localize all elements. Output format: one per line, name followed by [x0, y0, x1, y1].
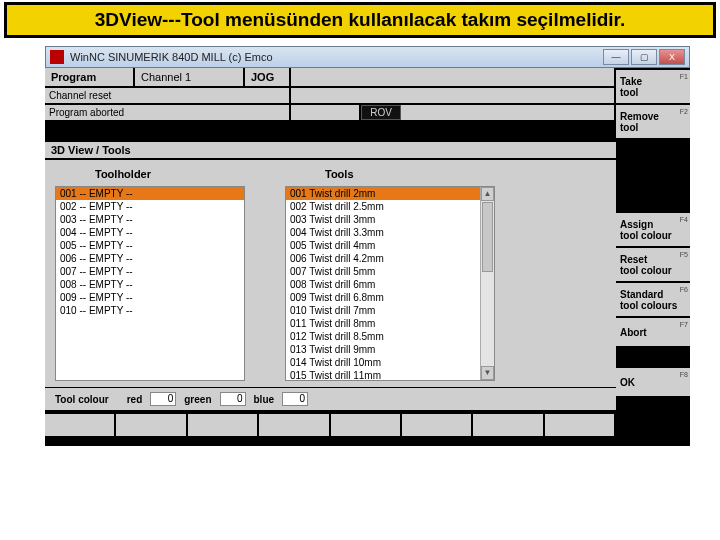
red-label: red: [127, 394, 143, 405]
bottom-softkey-6[interactable]: [402, 410, 473, 436]
tools-label: Tools: [285, 168, 495, 180]
softkey-take-tool[interactable]: F1 Taketool: [616, 70, 690, 103]
app-window: WinNC SINUMERIK 840D MILL (c) Emco — ▢ X…: [45, 46, 690, 436]
list-item[interactable]: 010 Twist drill 7mm: [286, 304, 494, 317]
scroll-up-button[interactable]: ▲: [481, 187, 494, 201]
list-item[interactable]: 011 Twist drill 8mm: [286, 317, 494, 330]
list-item[interactable]: 012 Twist drill 8.5mm: [286, 330, 494, 343]
tool-colour-label: Tool colour: [55, 394, 109, 405]
tool-colour-row: Tool colour red 0 green 0 blue 0: [45, 387, 616, 410]
list-item[interactable]: 006 Twist drill 4.2mm: [286, 252, 494, 265]
list-item[interactable]: 002 -- EMPTY --: [56, 200, 244, 213]
toolholder-label: Toolholder: [55, 168, 245, 180]
list-item[interactable]: 003 -- EMPTY --: [56, 213, 244, 226]
list-item[interactable]: 004 Twist drill 3.3mm: [286, 226, 494, 239]
green-value[interactable]: 0: [220, 392, 246, 406]
bottom-softkey-1[interactable]: [45, 410, 116, 436]
softkey-standard-colours[interactable]: F6 Standardtool colours: [616, 283, 690, 316]
list-item[interactable]: 013 Twist drill 9mm: [286, 343, 494, 356]
window-titlebar: WinNC SINUMERIK 840D MILL (c) Emco — ▢ X: [45, 46, 690, 68]
lists-area: Toolholder 001 -- EMPTY --002 -- EMPTY -…: [45, 160, 616, 387]
softkey-remove-tool[interactable]: F2 Removetool: [616, 105, 690, 138]
list-item[interactable]: 010 -- EMPTY --: [56, 304, 244, 317]
list-item[interactable]: 006 -- EMPTY --: [56, 252, 244, 265]
tools-scrollbar[interactable]: ▲ ▼: [480, 187, 494, 380]
program-aborted: Program aborted: [45, 105, 291, 120]
list-item[interactable]: 009 -- EMPTY --: [56, 291, 244, 304]
blue-label: blue: [254, 394, 275, 405]
bottom-softkey-5[interactable]: [331, 410, 402, 436]
softkey-reset-colour[interactable]: F5 Resettool colour: [616, 248, 690, 281]
view-title: 3D View / Tools: [45, 140, 616, 160]
list-item[interactable]: 005 Twist drill 4mm: [286, 239, 494, 252]
channel-reset: Channel reset: [45, 88, 291, 103]
bottom-softkey-3[interactable]: [188, 410, 259, 436]
list-item[interactable]: 009 Twist drill 6.8mm: [286, 291, 494, 304]
mode-label: JOG: [245, 68, 291, 86]
bottom-softkey-8[interactable]: [545, 410, 616, 436]
softkey-abort[interactable]: F7 Abort: [616, 318, 690, 346]
red-value[interactable]: 0: [150, 392, 176, 406]
bottom-softkey-2[interactable]: [116, 410, 187, 436]
window-title: WinNC SINUMERIK 840D MILL (c) Emco: [70, 51, 603, 63]
list-item[interactable]: 014 Twist drill 10mm: [286, 356, 494, 369]
channel-label: Channel 1: [135, 68, 245, 86]
maximize-button[interactable]: ▢: [631, 49, 657, 65]
bottom-softkey-row: [45, 410, 616, 436]
list-item[interactable]: 008 Twist drill 6mm: [286, 278, 494, 291]
list-item[interactable]: 003 Twist drill 3mm: [286, 213, 494, 226]
list-item[interactable]: 002 Twist drill 2.5mm: [286, 200, 494, 213]
list-item[interactable]: 015 Twist drill 11mm: [286, 369, 494, 381]
instruction-banner: 3DView---Tool menüsünden kullanılacak ta…: [4, 2, 716, 38]
softkey-gap-3: [616, 348, 690, 366]
header-row-1: Program Channel 1 JOG: [45, 68, 616, 86]
program-label: Program: [45, 68, 135, 86]
list-item[interactable]: 008 -- EMPTY --: [56, 278, 244, 291]
bottom-softkey-4[interactable]: [259, 410, 330, 436]
right-softkeys: F1 Taketool F2 Removetool F4 Assigntool …: [616, 68, 690, 436]
list-item[interactable]: 004 -- EMPTY --: [56, 226, 244, 239]
softkey-assign-colour[interactable]: F4 Assigntool colour: [616, 213, 690, 246]
bottom-softkey-7[interactable]: [473, 410, 544, 436]
toolholder-listbox[interactable]: 001 -- EMPTY --002 -- EMPTY --003 -- EMP…: [55, 186, 245, 381]
softkey-gap: [616, 140, 690, 154]
app-icon: [50, 50, 64, 64]
tools-listbox[interactable]: 001 Twist drill 2mm002 Twist drill 2.5mm…: [285, 186, 495, 381]
list-item[interactable]: 007 Twist drill 5mm: [286, 265, 494, 278]
green-label: green: [184, 394, 211, 405]
list-item[interactable]: 007 -- EMPTY --: [56, 265, 244, 278]
list-item[interactable]: 005 -- EMPTY --: [56, 239, 244, 252]
rov-indicator: ROV: [361, 105, 401, 120]
list-item[interactable]: 001 -- EMPTY --: [56, 187, 244, 200]
scroll-thumb[interactable]: [482, 202, 493, 272]
scroll-down-button[interactable]: ▼: [481, 366, 494, 380]
minimize-button[interactable]: —: [603, 49, 629, 65]
close-button[interactable]: X: [659, 49, 685, 65]
status-row-1: Channel reset: [45, 86, 616, 103]
blue-value[interactable]: 0: [282, 392, 308, 406]
status-row-2: Program aborted ROV: [45, 103, 616, 120]
softkey-ok[interactable]: F8 OK: [616, 368, 690, 396]
list-item[interactable]: 001 Twist drill 2mm: [286, 187, 494, 200]
softkey-gap-2: [616, 156, 690, 211]
